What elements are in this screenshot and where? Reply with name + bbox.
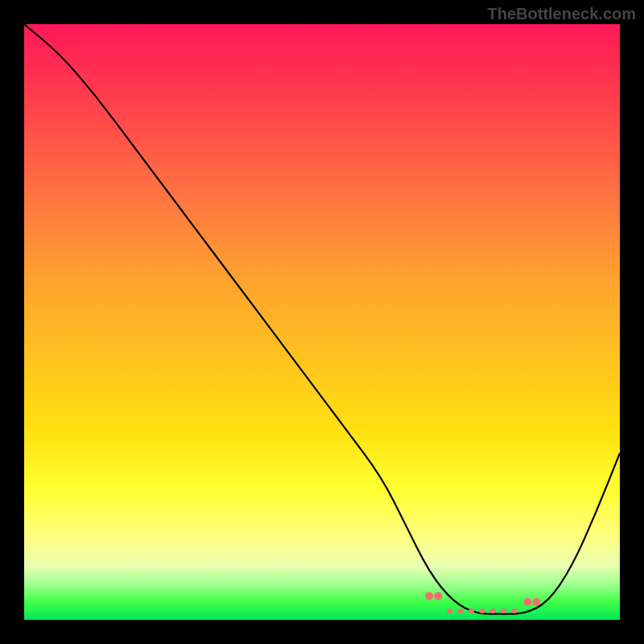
- svg-point-1: [434, 592, 442, 600]
- svg-rect-5: [458, 609, 464, 613]
- flat-region-markers: [425, 592, 540, 613]
- svg-rect-7: [479, 609, 485, 613]
- svg-point-2: [523, 598, 531, 606]
- watermark-text: TheBottleneck.com: [488, 5, 636, 23]
- svg-point-0: [425, 592, 433, 600]
- plot-area: [24, 24, 620, 620]
- svg-point-3: [532, 598, 540, 606]
- svg-rect-10: [511, 609, 517, 613]
- svg-rect-4: [447, 609, 452, 613]
- bottleneck-curve: [24, 24, 620, 614]
- curve-layer: [24, 24, 620, 620]
- chart-container: TheBottleneck.com: [0, 0, 644, 644]
- svg-rect-9: [501, 609, 506, 613]
- svg-rect-8: [490, 609, 496, 613]
- svg-rect-6: [469, 609, 474, 613]
